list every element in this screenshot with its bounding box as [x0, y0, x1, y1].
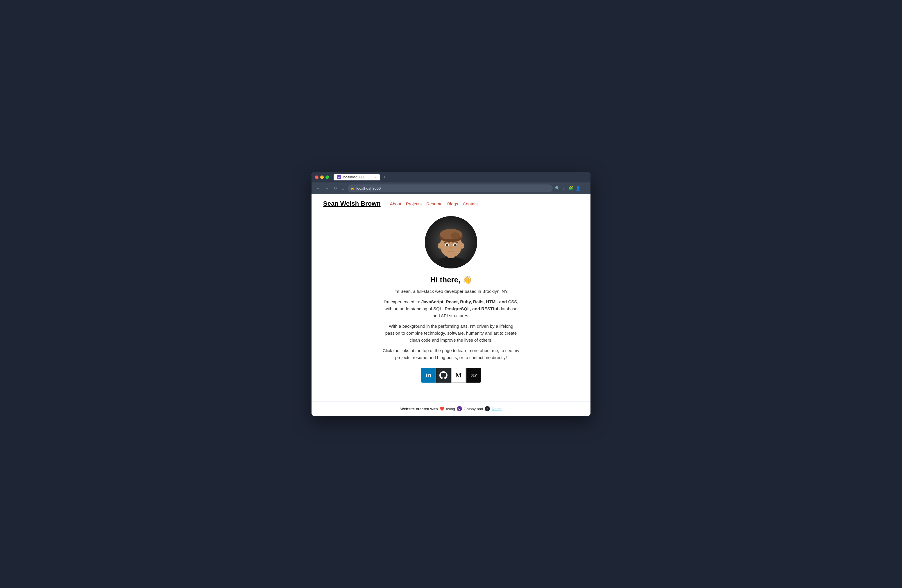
- nav-links: About Projects Resume Blogs Contact: [390, 201, 478, 206]
- medium-label: M: [456, 372, 462, 379]
- toolbar-icons: 🔍 ☆ 🧩 👤 ⋮: [555, 186, 587, 191]
- linkedin-label: in: [426, 372, 431, 379]
- address-bar: ← → ↻ ⌂ 🔒 localhost:8000 🔍 ☆ 🧩 👤 ⋮: [312, 183, 590, 194]
- maximize-button[interactable]: [326, 175, 329, 179]
- nav-projects[interactable]: Projects: [406, 201, 422, 206]
- forward-button[interactable]: →: [324, 185, 330, 192]
- medium-icon[interactable]: M: [451, 368, 466, 383]
- intro2-bold2: SQL, PostgreSQL, and RESTful: [433, 306, 498, 311]
- refresh-button[interactable]: ↻: [332, 185, 338, 192]
- intro2-prefix: I'm experienced in:: [384, 299, 421, 304]
- bookmark-icon[interactable]: ☆: [562, 186, 566, 191]
- address-bar-input[interactable]: 🔒 localhost:8000: [348, 185, 553, 192]
- url-display: localhost:8000: [356, 186, 381, 191]
- svg-point-8: [451, 232, 460, 239]
- profile-icon[interactable]: 👤: [576, 186, 581, 191]
- nav-about[interactable]: About: [390, 201, 401, 206]
- home-button[interactable]: ⌂: [341, 185, 345, 192]
- react-icon: ⚛: [485, 406, 490, 411]
- menu-icon[interactable]: ⋮: [583, 186, 587, 191]
- browser-window: G localhost:8000 × + ← → ↻ ⌂ 🔒 localhost…: [312, 172, 590, 416]
- back-button[interactable]: ←: [315, 185, 321, 192]
- footer-heart: ❤️: [440, 407, 444, 411]
- lock-icon: 🔒: [351, 186, 354, 190]
- svg-point-13: [446, 244, 448, 246]
- search-icon[interactable]: 🔍: [555, 186, 560, 191]
- passion-paragraph: With a background in the performing arts…: [381, 323, 521, 344]
- devto-icon[interactable]: DEV: [467, 368, 481, 383]
- devto-label: DEV: [470, 373, 477, 377]
- nav-resume[interactable]: Resume: [426, 201, 443, 206]
- active-tab[interactable]: G localhost:8000 ×: [334, 174, 380, 180]
- site-nav: Sean Welsh Brown About Projects Resume B…: [312, 194, 590, 213]
- intro2-bold1: JavaScript, React, Ruby, Rails, HTML and…: [421, 299, 517, 304]
- intro-paragraph-2: I'm experienced in: JavaScript, React, R…: [381, 299, 521, 319]
- tab-favicon: G: [337, 175, 341, 179]
- social-icons: in M DEV: [421, 368, 481, 383]
- footer-react[interactable]: React: [492, 407, 501, 411]
- greeting-heading: Hi there, 👋: [430, 275, 471, 285]
- new-tab-button[interactable]: +: [381, 174, 387, 180]
- site-footer: Website created with ❤️ using G Gatsby a…: [312, 401, 590, 416]
- svg-point-7: [442, 231, 452, 239]
- footer-gatsby: Gatsby and: [464, 407, 483, 411]
- close-button[interactable]: [315, 175, 318, 179]
- tab-title: localhost:8000: [343, 175, 365, 179]
- title-bar: G localhost:8000 × +: [312, 172, 590, 183]
- github-svg: [439, 371, 448, 379]
- nav-contact[interactable]: Contact: [463, 201, 478, 206]
- svg-point-9: [438, 243, 442, 249]
- main-content: Hi there, 👋 I'm Sean, a full-stack web d…: [312, 213, 590, 401]
- intro-paragraph-1: I'm Sean, a full-stack web developer bas…: [393, 288, 508, 295]
- footer-text1: Website created with: [401, 407, 438, 411]
- nav-blogs[interactable]: Blogs: [447, 201, 458, 206]
- traffic-lights: [315, 175, 329, 179]
- site-title[interactable]: Sean Welsh Brown: [323, 200, 381, 207]
- linkedin-icon[interactable]: in: [421, 368, 435, 383]
- svg-point-10: [460, 243, 464, 249]
- extensions-icon[interactable]: 🧩: [568, 186, 573, 191]
- site-content: Sean Welsh Brown About Projects Resume B…: [312, 194, 590, 416]
- footer-text2: using: [446, 407, 455, 411]
- tab-bar: G localhost:8000 × +: [334, 174, 587, 180]
- cta-paragraph: Click the links at the top of the page t…: [381, 347, 521, 361]
- minimize-button[interactable]: [320, 175, 324, 179]
- tab-close-button[interactable]: ×: [375, 176, 377, 179]
- gatsby-icon: G: [457, 406, 462, 411]
- svg-point-14: [454, 244, 457, 246]
- avatar: [425, 216, 477, 269]
- github-icon[interactable]: [436, 368, 451, 383]
